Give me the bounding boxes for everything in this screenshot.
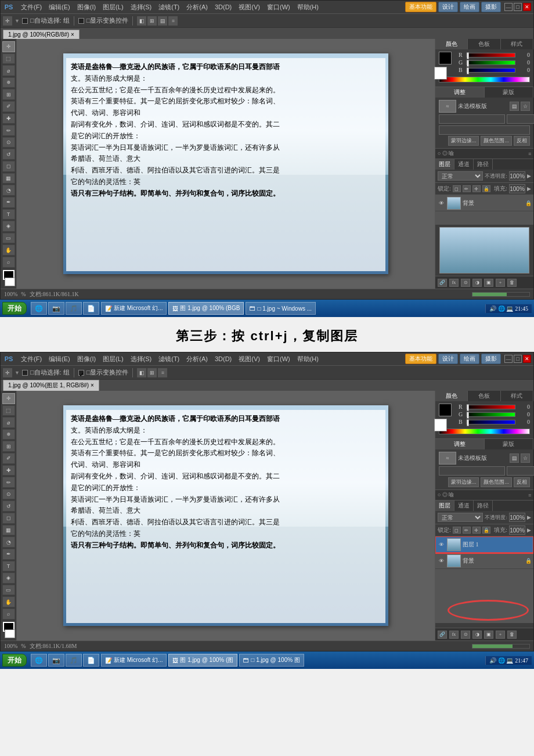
crop-tool[interactable]: ⊞ bbox=[2, 89, 15, 100]
adj-val-input-2[interactable] bbox=[507, 466, 534, 476]
maximize-btn[interactable]: □ bbox=[514, 3, 522, 11]
lock-all-btn[interactable]: 🔒 bbox=[482, 185, 490, 192]
menu-help[interactable]: 帮助(H) bbox=[294, 2, 322, 13]
taskbar-img1[interactable]: 🖼 图 1.jpg @ 100% (BGB bbox=[168, 302, 244, 315]
r-slider-2[interactable] bbox=[466, 405, 515, 409]
adj-val-input[interactable] bbox=[507, 114, 534, 124]
align-right-btn[interactable]: ▤ bbox=[158, 16, 167, 26]
tab-color-2[interactable]: 颜色 bbox=[435, 391, 468, 401]
preset-add-btn[interactable]: ☆ bbox=[521, 102, 530, 111]
menu2-select[interactable]: 选择(S) bbox=[128, 354, 155, 365]
workspace-photo-2[interactable]: 摄影 bbox=[481, 354, 501, 364]
add-style-btn-2[interactable]: fx bbox=[449, 631, 459, 639]
colorrange-btn[interactable]: 颜色范围... bbox=[481, 136, 512, 146]
opacity-input-2[interactable] bbox=[509, 513, 525, 522]
lock-image-btn-2[interactable]: ✏ bbox=[463, 527, 471, 534]
new-adj-btn[interactable]: ◑ bbox=[472, 279, 482, 287]
background-color-2[interactable] bbox=[5, 629, 15, 638]
maximize-btn-2[interactable]: □ bbox=[514, 355, 522, 363]
minimize-btn[interactable]: — bbox=[504, 3, 513, 11]
close-btn[interactable]: ✕ bbox=[523, 3, 531, 11]
pen-tool-2[interactable]: ✒ bbox=[2, 549, 15, 560]
zoom-tool[interactable]: ⌕ bbox=[2, 257, 15, 268]
move-tool-btn-2[interactable]: ✛ bbox=[3, 368, 12, 377]
taskbar2-img1[interactable]: 🖼 图 1.jpg @ 100% (图 bbox=[168, 654, 237, 667]
eyedropper-tool-2[interactable]: ✐ bbox=[2, 453, 15, 464]
text-tool[interactable]: T bbox=[2, 209, 15, 220]
history-brush-tool[interactable]: ↺ bbox=[2, 149, 15, 160]
align-center-btn[interactable]: ⊞ bbox=[147, 16, 157, 26]
doc-tab-2[interactable]: 1.jpg @ 100%(图层 1, RGB/8#) × bbox=[3, 380, 99, 391]
burn-tool[interactable]: ◔ bbox=[2, 185, 15, 196]
g-slider-2[interactable] bbox=[466, 412, 515, 417]
lock-image-btn[interactable]: ✏ bbox=[463, 185, 471, 192]
link-layers-btn[interactable]: 🔗 bbox=[438, 279, 447, 287]
fill-input[interactable] bbox=[509, 184, 525, 193]
workspace-photo[interactable]: 摄影 bbox=[481, 2, 501, 12]
move-tool-btn[interactable]: ✛ bbox=[3, 16, 12, 26]
menu2-filter[interactable]: 滤镜(T) bbox=[156, 354, 182, 365]
feather-btn-2[interactable]: 蒙羽边缘... bbox=[448, 477, 479, 487]
menu-edit[interactable]: 编辑(E) bbox=[46, 2, 73, 13]
heal-tool-2[interactable]: ✚ bbox=[2, 465, 15, 476]
hand-tool-2[interactable]: ✋ bbox=[2, 596, 15, 607]
auto-select-checkbox-2[interactable] bbox=[22, 370, 28, 376]
taskbar2-icon-ie[interactable]: 🌐 bbox=[31, 654, 47, 667]
foreground-swatch-2[interactable] bbox=[439, 404, 452, 416]
menu2-edit[interactable]: 编辑(E) bbox=[46, 354, 73, 365]
menu2-window[interactable]: 窗口(W) bbox=[264, 354, 293, 365]
layer-eye-bg[interactable]: 👁 bbox=[437, 199, 445, 207]
color-spectrum[interactable] bbox=[439, 77, 530, 82]
doc-tab[interactable]: 1.jpg @ 100%(RGB/8#) × bbox=[3, 30, 80, 39]
tab-properties-2[interactable]: 调整 bbox=[435, 439, 485, 449]
background-swatch[interactable] bbox=[434, 67, 447, 80]
history-brush-2[interactable]: ↺ bbox=[2, 501, 15, 512]
new-layer-btn-2[interactable]: + bbox=[496, 631, 505, 639]
move-tool[interactable]: ✛ bbox=[2, 41, 15, 52]
align-left-btn[interactable]: ◧ bbox=[137, 16, 146, 26]
lasso-tool[interactable]: ⌀ bbox=[2, 65, 15, 76]
taskbar-icon-ps[interactable]: 📷 bbox=[48, 302, 64, 315]
magic-wand-tool[interactable]: ✵ bbox=[2, 77, 15, 88]
align-center-btn-2[interactable]: ⊞ bbox=[147, 368, 157, 377]
stamp-tool-2[interactable]: ⊙ bbox=[2, 489, 15, 500]
tab-swatches-2[interactable]: 色板 bbox=[468, 391, 500, 401]
path-sel-2[interactable]: ◈ bbox=[2, 573, 15, 584]
new-group-btn[interactable]: ▣ bbox=[484, 279, 493, 287]
tab-properties[interactable]: 调整 bbox=[435, 87, 485, 98]
opacity-input[interactable] bbox=[509, 171, 525, 181]
b-slider-2[interactable] bbox=[466, 420, 515, 424]
eyedropper-tool[interactable]: ✐ bbox=[2, 101, 15, 112]
marquee-tool[interactable]: ⬚ bbox=[2, 53, 15, 64]
tab-paths-2[interactable]: 路径 bbox=[474, 501, 493, 511]
start-button-2[interactable]: 开始 bbox=[2, 654, 27, 667]
move-tool-2[interactable]: ✛ bbox=[2, 393, 15, 404]
taskbar2-icon-media[interactable]: 🎵 bbox=[66, 654, 82, 667]
layer-eye-1[interactable]: 👁 bbox=[437, 541, 445, 549]
taskbar2-word[interactable]: 📝 新建 Microsoft 幻... bbox=[101, 654, 167, 667]
menu2-help[interactable]: 帮助(H) bbox=[294, 354, 322, 365]
workspace-design-2[interactable]: 设计 bbox=[438, 354, 458, 364]
tab-swatches[interactable]: 色板 bbox=[468, 39, 500, 49]
pen-tool[interactable]: ✒ bbox=[2, 197, 15, 208]
menu-window[interactable]: 窗口(W) bbox=[264, 2, 293, 13]
feather-btn[interactable]: 蒙羽边缘... bbox=[448, 136, 479, 146]
taskbar-icon-media[interactable]: 🎵 bbox=[66, 302, 82, 315]
new-layer-btn[interactable]: + bbox=[496, 279, 505, 287]
workspace-paint-2[interactable]: 绘画 bbox=[460, 354, 479, 364]
workspace-paint[interactable]: 绘画 bbox=[460, 2, 479, 12]
add-style-btn[interactable]: fx bbox=[449, 279, 459, 287]
shape-tool[interactable]: ▭ bbox=[2, 233, 15, 244]
gradient-tool-2[interactable]: ▦ bbox=[2, 525, 15, 536]
menu-select[interactable]: 选择(S) bbox=[128, 2, 155, 13]
background-swatch-2[interactable] bbox=[434, 419, 447, 431]
taskbar2-img2[interactable]: 🗔 □ 1.jpg @ 100% 图 bbox=[239, 654, 304, 667]
taskbar-windows[interactable]: 🗔 □ 1.jpg ~ Windows ... bbox=[246, 302, 316, 315]
eraser-tool[interactable]: ◻ bbox=[2, 161, 15, 172]
menu-analysis[interactable]: 分析(A) bbox=[183, 2, 211, 13]
menu2-view[interactable]: 视图(V) bbox=[236, 354, 263, 365]
taskbar-icon-ie[interactable]: 🌐 bbox=[31, 302, 47, 315]
lasso-tool-2[interactable]: ⌀ bbox=[2, 417, 15, 428]
auto-select-checkbox[interactable] bbox=[22, 18, 28, 24]
workspace-basic-2[interactable]: 基本功能 bbox=[405, 354, 436, 364]
